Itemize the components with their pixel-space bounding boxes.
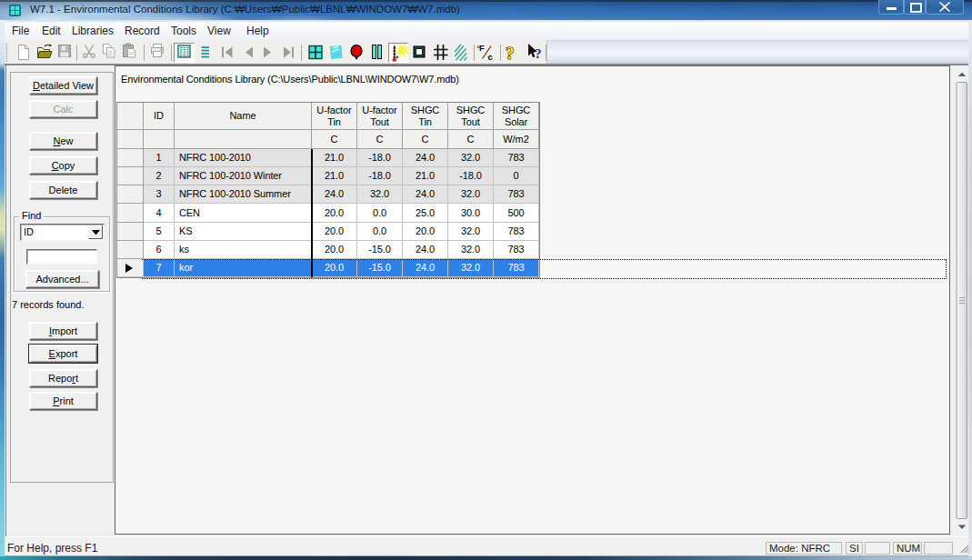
svg-text:?: ? bbox=[506, 44, 515, 63]
svg-text:c: c bbox=[488, 52, 493, 62]
svg-text:F: F bbox=[479, 43, 485, 53]
svg-text:?: ? bbox=[535, 46, 542, 61]
